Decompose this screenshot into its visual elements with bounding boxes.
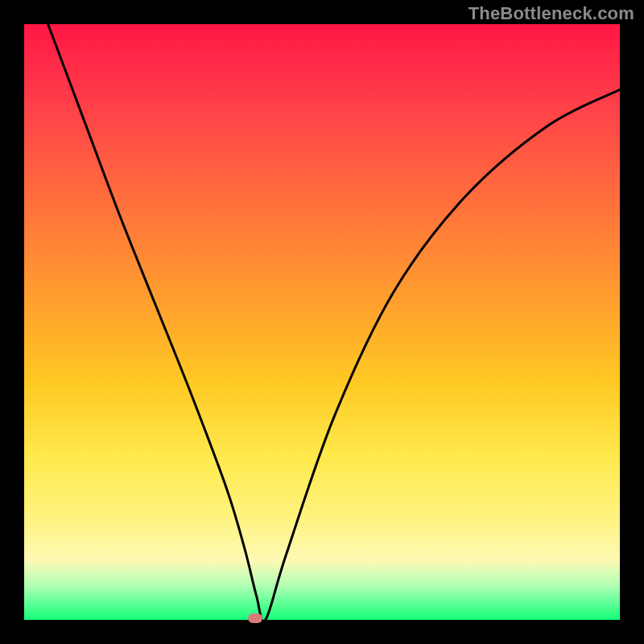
chart-frame: TheBottleneck.com bbox=[0, 0, 644, 644]
bottleneck-curve bbox=[24, 24, 620, 620]
optimal-point-marker bbox=[248, 613, 262, 623]
plot-area bbox=[24, 24, 620, 620]
watermark-text: TheBottleneck.com bbox=[469, 3, 634, 24]
